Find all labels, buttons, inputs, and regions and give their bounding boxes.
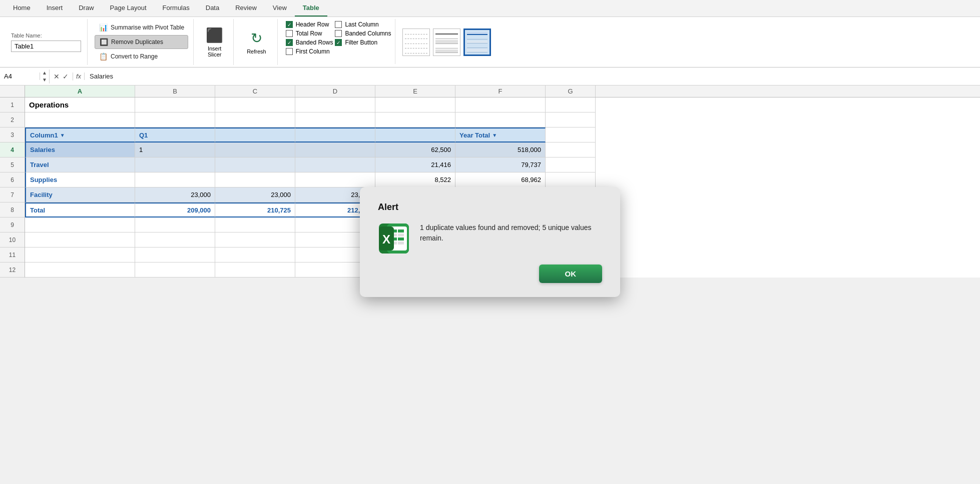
alert-dialog: Alert X 1 duplicate values found and rem… bbox=[360, 187, 620, 297]
excel-logo-icon: X bbox=[378, 222, 410, 254]
dialog-title: Alert bbox=[378, 202, 602, 212]
dialog-overlay: Alert X 1 duplicate values found and rem… bbox=[0, 0, 980, 484]
svg-rect-6 bbox=[398, 234, 404, 236]
svg-rect-8 bbox=[398, 238, 404, 240]
svg-text:X: X bbox=[382, 232, 390, 246]
dialog-body: X 1 duplicate values found and removed; … bbox=[378, 222, 602, 254]
svg-rect-4 bbox=[398, 230, 404, 232]
ok-button[interactable]: OK bbox=[539, 264, 603, 283]
svg-rect-10 bbox=[398, 242, 404, 244]
dialog-message: 1 duplicate values found and removed; 5 … bbox=[420, 222, 602, 244]
dialog-footer: OK bbox=[378, 264, 602, 283]
